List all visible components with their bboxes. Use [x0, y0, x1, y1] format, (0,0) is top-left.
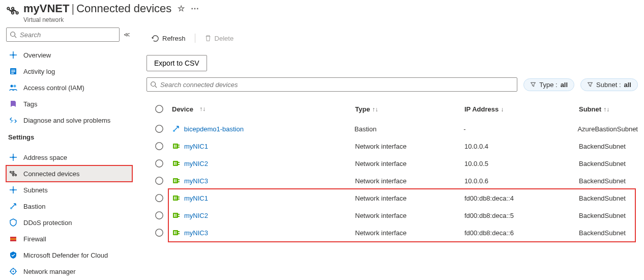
svg-rect-41 [178, 164, 180, 165]
device-link[interactable]: bicepdemo1-bastion [184, 125, 244, 133]
resource-type-label: Virtual network [23, 16, 199, 23]
row-select[interactable] [147, 142, 172, 151]
table-row[interactable]: myNIC2 Network interface 10.0.0.5 Backen… [147, 155, 638, 172]
sidebar-item-address-space[interactable]: Address space [6, 149, 132, 165]
cell-type: Bastion [355, 125, 463, 133]
device-link[interactable]: myNIC2 [184, 160, 208, 167]
svg-rect-33 [175, 145, 177, 148]
cell-ip: 10.0.0.4 [464, 143, 579, 150]
sidebar-item-diagnose-and-solve-problems[interactable]: Diagnose and solve problems [6, 112, 132, 128]
sidebar-item-activity-log[interactable]: Activity log [6, 63, 132, 79]
export-csv-button[interactable]: Export to CSV [147, 55, 207, 71]
sidebar-search-input[interactable] [19, 31, 116, 39]
collapse-sidebar-icon[interactable]: ≪ [124, 31, 130, 38]
svg-rect-9 [11, 71, 15, 72]
nav-item-icon [9, 202, 17, 210]
svg-rect-39 [175, 162, 177, 165]
svg-rect-10 [11, 73, 14, 74]
sidebar-item-ddos-protection[interactable]: DDoS protection [6, 214, 132, 231]
table-row[interactable]: myNIC1 Network interface 10.0.0.4 Backen… [147, 137, 638, 155]
sidebar-item-access-control-iam-[interactable]: Access control (IAM) [6, 79, 132, 96]
svg-rect-51 [175, 197, 177, 200]
svg-point-15 [13, 172, 14, 173]
cell-type: Network interface [355, 194, 464, 202]
row-select[interactable] [147, 176, 172, 185]
table-row[interactable]: bicepdemo1-bastion Bastion - AzureBastio… [147, 120, 638, 137]
svg-rect-65 [178, 233, 180, 234]
col-device[interactable]: Device↑↓ [172, 105, 355, 113]
col-ip[interactable]: IP Address↓ [464, 105, 579, 113]
sidebar-item-network-manager[interactable]: Network manager [6, 263, 132, 279]
svg-point-60 [156, 229, 163, 236]
nav-item-label: Network manager [23, 268, 76, 275]
sidebar-item-overview[interactable]: Overview [6, 47, 132, 63]
svg-rect-22 [10, 240, 16, 241]
svg-point-24 [13, 271, 14, 272]
main-content: Refresh Delete Export to CSV Type : all … [132, 27, 644, 280]
cell-subnet: BackendSubnet [579, 143, 638, 150]
nic-icon [172, 229, 180, 237]
row-select[interactable] [147, 211, 172, 220]
settings-group-header: Settings [6, 128, 132, 144]
nav-item-icon [9, 67, 17, 75]
nav-item-icon [9, 153, 17, 161]
cell-subnet: BackendSubnet [579, 177, 638, 185]
row-select[interactable] [147, 228, 172, 237]
sidebar-item-tags[interactable]: Tags [6, 96, 132, 112]
favorite-icon[interactable]: ☆ [178, 2, 185, 15]
sidebar-item-subnets[interactable]: Subnets [6, 182, 132, 198]
filter-icon [530, 81, 536, 88]
filter-type[interactable]: Type : all [523, 78, 574, 91]
device-link[interactable]: myNIC3 [184, 177, 208, 185]
col-type[interactable]: Type↑↓ [355, 105, 464, 113]
device-link[interactable]: myNIC3 [184, 229, 208, 237]
svg-point-48 [156, 194, 163, 202]
row-select[interactable] [147, 159, 172, 168]
filter-subnet[interactable]: Subnet : all [580, 78, 638, 91]
svg-rect-32 [174, 145, 175, 148]
sidebar-item-microsoft-defender-for-cloud[interactable]: Microsoft Defender for Cloud [6, 247, 132, 263]
nic-icon [172, 194, 180, 202]
table-header: Device↑↓ Type↑↓ IP Address↓ Subnet↑↓ [147, 103, 638, 120]
device-link[interactable]: myNIC2 [184, 212, 208, 219]
svg-point-0 [7, 8, 9, 10]
command-bar: Refresh Delete [147, 27, 638, 55]
svg-point-2 [12, 12, 14, 14]
sidebar-item-connected-devices[interactable]: Connected devices [6, 165, 132, 182]
refresh-icon [152, 35, 159, 42]
sidebar-item-firewall[interactable]: Firewall [6, 231, 132, 247]
svg-rect-8 [11, 70, 15, 71]
cell-type: Network interface [355, 143, 464, 150]
select-all[interactable] [147, 104, 172, 114]
refresh-button[interactable]: Refresh [152, 35, 186, 42]
table-row[interactable]: myNIC3 Network interface 10.0.0.6 Backen… [147, 172, 638, 189]
nav-item-label: Access control (IAM) [23, 84, 84, 92]
svg-rect-40 [178, 162, 180, 163]
svg-rect-57 [175, 214, 177, 217]
nav-item-icon [9, 251, 17, 259]
vnet-icon [6, 4, 19, 17]
cell-ip: 10.0.0.6 [464, 177, 579, 185]
svg-rect-46 [178, 179, 180, 180]
delete-button: Delete [204, 35, 234, 42]
svg-point-13 [12, 156, 14, 158]
table-row[interactable]: myNIC2 Network interface fd00:db8:deca::… [147, 207, 638, 224]
sidebar-item-bastion[interactable]: Bastion [6, 198, 132, 214]
row-select[interactable] [147, 193, 172, 203]
table-search[interactable] [147, 77, 517, 92]
more-icon[interactable]: ⋯ [191, 2, 199, 15]
svg-point-29 [173, 130, 175, 132]
device-link[interactable]: myNIC1 [184, 143, 208, 150]
page-header: myVNET | Connected devices ☆ ⋯ Virtual n… [0, 0, 644, 27]
col-subnet[interactable]: Subnet↑↓ [579, 105, 638, 113]
table-row[interactable]: myNIC1 Network interface fd00:db8:deca::… [147, 189, 638, 207]
row-select[interactable] [147, 124, 172, 133]
nav-item-icon [9, 170, 17, 178]
nav-item-label: Firewall [23, 235, 46, 243]
cell-ip: fd00:db8:deca::6 [464, 229, 579, 237]
table-row[interactable]: myNIC3 Network interface fd00:db8:deca::… [147, 224, 638, 241]
table-search-input[interactable] [159, 80, 514, 89]
svg-point-25 [151, 82, 156, 87]
device-link[interactable]: myNIC1 [184, 194, 208, 202]
sidebar-search[interactable] [6, 27, 120, 42]
